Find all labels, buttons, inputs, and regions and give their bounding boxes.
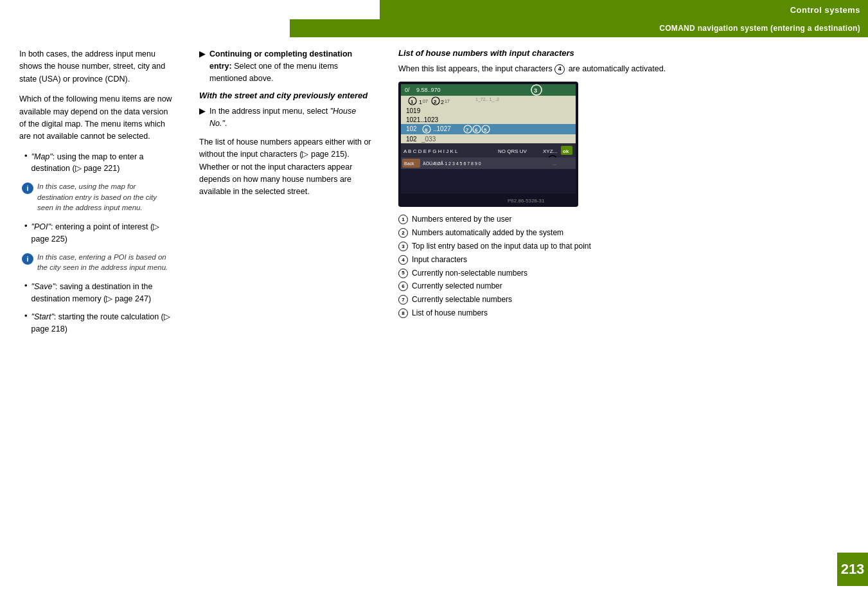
svg-text:...: ... [553,161,556,166]
svg-text:3: 3 [534,87,537,94]
action-item-houseno: ▶ In the address input menu, select "Hou… [199,105,373,130]
info-box-1: i In this case, using the map for destin… [19,181,173,213]
houseno-action: In the address input menu, select "House… [209,105,373,130]
legend-circle-4: 4 [398,255,408,265]
right-column: List of house numbers with input charact… [385,48,868,613]
legend-circle-2: 2 [398,228,408,238]
legend-item-3: 3 Top list entry based on the input data… [398,241,849,252]
bullet-dot-4: • [24,311,28,321]
svg-text:ok: ok [563,148,569,154]
bullet-item-start: • "Start": starting the route calculatio… [19,311,173,335]
legend-item-5: 5 Currently non-selectable numbers [398,268,849,279]
left-para2: Which of the following menu items are no… [19,93,173,143]
legend-circle-7: 7 [398,295,408,305]
nav-device-wrapper: 0/ 9.58..970 3 1 1 07 2 2 [398,82,578,209]
legend-item-8: 8 List of house numbers [398,308,849,319]
legend-item-4: 4 Input characters [398,254,849,265]
bullet-dot-2: • [24,221,28,231]
svg-text:1019: 1019 [406,107,421,114]
svg-text:9.58..970: 9.58..970 [416,87,441,93]
bullet-text-map: "Map": using the map to enter a destinat… [31,151,173,175]
bullet-item-save: • "Save": saving a destination in the de… [19,281,173,305]
header-title: Control systems [790,5,860,15]
nav-device-svg: 0/ 9.58..970 3 1 1 07 2 2 [398,82,578,207]
info-text-1: In this case, using the map for destinat… [37,181,173,213]
bullet-text-save: "Save": saving a destination in the dest… [31,281,173,305]
bullet-item-map: • "Map": using the map to enter a destin… [19,151,173,175]
right-intro: When this list appears, the input charac… [398,63,849,75]
legend-circle-8: 8 [398,308,408,318]
legend-circle-1: 1 [398,215,408,224]
continuing-heading: Continuing or completing destination ent… [209,48,373,84]
svg-text:0/: 0/ [405,87,410,93]
svg-text:17: 17 [445,99,450,103]
svg-text:102: 102 [406,136,417,143]
left-column: In both cases, the address input menu sh… [0,48,186,613]
legend-list: 1 Numbers entered by the user 2 Numbers … [398,214,849,318]
legend-circle-6: 6 [398,281,408,291]
bullet-item-poi: • "POI": entering a point of interest (▷… [19,221,173,245]
arrow-icon-2: ▶ [199,106,206,116]
svg-text:1: 1 [419,99,422,105]
legend-item-6: 6 Currently selected number [398,281,849,292]
bullet-text-poi: "POI": entering a point of interest (▷ p… [31,221,173,245]
header-bar: Control systems [380,0,868,19]
callout-4-inline: 4 [554,64,565,75]
action-item-continuing: ▶ Continuing or completing destination e… [199,48,373,84]
main-content: In both cases, the address input menu sh… [0,48,868,613]
legend-item-7: 7 Currently selectable numbers [398,294,849,305]
svg-text:2: 2 [434,99,437,105]
left-para1: In both cases, the address input menu sh… [19,48,173,85]
svg-text:1021..1023: 1021..1023 [406,116,438,123]
legend-item-1: 1 Numbers entered by the user [398,214,849,225]
svg-text:6: 6 [475,127,478,133]
info-box-2: i In this case, entering a POI is based … [19,252,173,273]
subheader-title: COMAND navigation system (entering a des… [659,24,860,33]
subheader-bar: COMAND navigation system (entering a des… [290,19,868,37]
info-icon-1: i [22,182,33,194]
info-icon-2: i [22,253,33,265]
svg-text:1: 1 [411,99,414,105]
svg-text:8: 8 [425,127,428,133]
right-heading: List of house numbers with input charact… [398,48,849,58]
svg-text:P62.86-5328-31: P62.86-5328-31 [508,198,545,204]
svg-text:102: 102 [406,125,417,132]
svg-text:XYZ...: XYZ... [543,148,557,154]
svg-text:5: 5 [484,127,487,133]
svg-text:_033: _033 [421,136,436,143]
legend-circle-5: 5 [398,269,408,278]
svg-text:2: 2 [441,99,444,105]
bullet-text-start: "Start": starting the route calculation … [31,311,173,335]
svg-text:NO QRS UV: NO QRS UV [498,148,527,154]
arrow-icon-1: ▶ [199,49,206,58]
svg-text:ÄÖÜÆØÅ 1 2 3 4 5 6 7 8 9 0: ÄÖÜÆØÅ 1 2 3 4 5 6 7 8 9 0 [423,161,481,166]
svg-text:Back: Back [404,161,414,166]
bullet-dot-1: • [24,151,28,161]
svg-text:07: 07 [423,99,428,103]
svg-rect-18 [401,106,576,115]
bullet-dot-3: • [24,281,28,290]
svg-text:..1027: ..1027 [433,125,451,132]
legend-circle-3: 3 [398,242,408,251]
middle-body-text: The list of house numbers appears either… [199,136,373,199]
svg-text:1_72.. 1_..2: 1_72.. 1_..2 [475,97,499,102]
legend-item-2: 2 Numbers automatically added by the sys… [398,227,849,238]
svg-text:7: 7 [466,127,469,133]
info-text-2: In this case, entering a POI is based on… [37,252,173,273]
street-city-heading: With the street and city previously ente… [199,91,373,100]
middle-column: ▶ Continuing or completing destination e… [186,48,385,613]
svg-text:A B C D E F G H I J K L: A B C D E F G H I J K L [403,148,458,154]
